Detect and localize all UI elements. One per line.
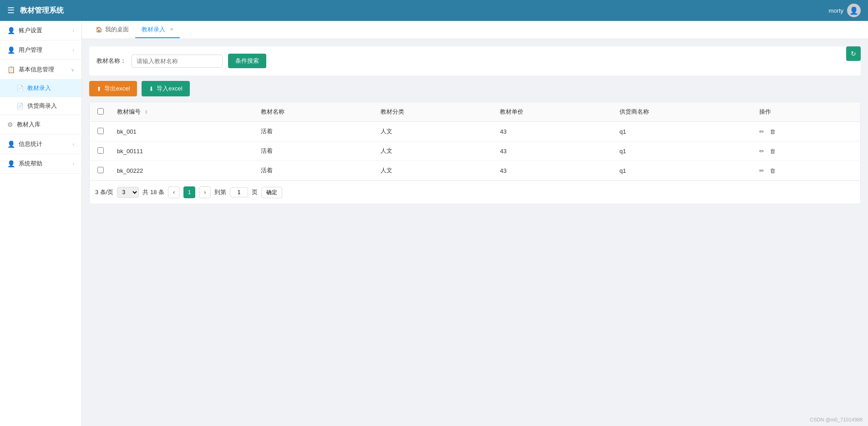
tabs-bar: 🏠 我的桌面 教材录入 ✕ (82, 21, 868, 39)
textbook-table: 教材编号 ⇕ 教材名称 教材分类 教材单价 (90, 102, 860, 180)
header-left: ☰ 教材管理系统 (7, 5, 64, 15)
page-jump-input[interactable] (230, 187, 248, 197)
sidebar-label-info-stats: 信息统计 (19, 140, 42, 148)
col-price-label: 教材单价 (500, 108, 523, 115)
app-title: 教材管理系统 (20, 6, 64, 15)
page-content: ↻ 教材名称： 条件搜索 ⬆ 导出excel ⬇ 导入excel (82, 39, 868, 426)
goto-label: 到第 (214, 188, 226, 196)
sidebar-item-basic-info[interactable]: 📋 基本信息管理 ∨ (0, 60, 81, 80)
row-name: 活着 (255, 161, 375, 180)
sidebar-item-textbook-warehouse[interactable]: ⚙ 教材入库 (0, 115, 81, 135)
hamburger-icon[interactable]: ☰ (7, 5, 15, 15)
tab-textbook-entry[interactable]: 教材录入 ✕ (135, 22, 180, 38)
header-right: morty 👤 (829, 4, 861, 17)
page-confirm-button[interactable]: 确定 (261, 187, 282, 198)
row-price: 43 (494, 161, 614, 180)
info-stats-icon: 👤 (7, 140, 15, 148)
col-action: 操作 (754, 102, 860, 122)
sidebar-item-account[interactable]: 👤 账户设置 ‹ (0, 21, 81, 40)
row-code: bk_00222 (112, 161, 255, 180)
supplier-entry-icon: 📄 (16, 103, 24, 110)
tab-home-label: 我的桌面 (105, 25, 129, 34)
download-icon: ⬇ (149, 85, 154, 92)
sidebar-item-textbook-entry[interactable]: 📄 教材录入 (0, 80, 81, 97)
col-supplier: 供货商名称 (614, 102, 754, 122)
row-category: 人文 (375, 161, 495, 180)
export-excel-button[interactable]: ⬆ 导出excel (89, 81, 137, 96)
delete-icon[interactable]: 🗑 (770, 148, 776, 155)
table-container: 教材编号 ⇕ 教材名称 教材分类 教材单价 (89, 102, 861, 204)
edit-icon[interactable]: ✏ (759, 148, 764, 155)
tab-textbook-entry-label: 教材录入 (142, 25, 165, 34)
page-unit-label: 页 (252, 188, 258, 196)
sidebar-label-account: 账户设置 (19, 26, 42, 35)
account-icon: 👤 (7, 27, 15, 34)
table-row: bk_00111 活着 人文 43 q1 ✏ 🗑 (90, 141, 860, 161)
select-all-checkbox[interactable] (97, 108, 104, 115)
table-header-row: 教材编号 ⇕ 教材名称 教材分类 教材单价 (90, 102, 860, 122)
row-category: 人文 (375, 141, 495, 161)
sidebar-label-warehouse: 教材入库 (17, 120, 41, 129)
per-page-select[interactable]: 3 10 20 (117, 187, 139, 198)
search-button[interactable]: 条件搜索 (228, 54, 266, 68)
row-supplier: q1 (614, 161, 754, 180)
delete-icon[interactable]: 🗑 (770, 167, 776, 174)
search-input[interactable] (132, 55, 223, 68)
username-label: morty (829, 7, 844, 14)
textbook-entry-icon: 📄 (16, 85, 24, 92)
col-code-label: 教材编号 (117, 108, 141, 115)
table-body: bk_001 活着 人文 43 q1 ✏ 🗑 bk_00111 活着 人文 43… (90, 122, 860, 180)
prev-page-button[interactable]: ‹ (168, 186, 180, 198)
row-actions: ✏ 🗑 (754, 122, 860, 141)
refresh-icon: ↻ (851, 50, 856, 57)
row-actions: ✏ 🗑 (754, 141, 860, 161)
col-category: 教材分类 (375, 102, 495, 122)
refresh-button[interactable]: ↻ (846, 46, 861, 61)
sidebar-label-textbook-entry: 教材录入 (27, 84, 51, 92)
col-category-label: 教材分类 (381, 108, 404, 115)
content-area: 🏠 我的桌面 教材录入 ✕ ↻ 教材名称： 条件搜索 (82, 21, 868, 426)
page-1-button[interactable]: 1 (183, 186, 195, 198)
row-checkbox[interactable] (97, 128, 104, 134)
col-action-label: 操作 (759, 108, 771, 115)
table-row: bk_001 活着 人文 43 q1 ✏ 🗑 (90, 122, 860, 141)
row-checkbox[interactable] (97, 147, 104, 154)
row-checkbox-cell (90, 141, 112, 161)
upload-icon: ⬆ (96, 85, 102, 92)
search-bar: 教材名称： 条件搜索 (89, 46, 861, 75)
sidebar-label-user-mgmt: 用户管理 (19, 46, 42, 54)
sidebar-item-user-mgmt[interactable]: 👤 用户管理 ‹ (0, 40, 81, 60)
top-header: ☰ 教材管理系统 morty 👤 (0, 0, 868, 21)
chevron-user-mgmt: ‹ (73, 48, 74, 53)
per-page-label: 3 条/页 (95, 188, 113, 196)
import-label: 导入excel (157, 85, 182, 93)
basic-info-icon: 📋 (7, 66, 15, 73)
chevron-info-stats: ‹ (73, 142, 74, 147)
sidebar-label-basic-info: 基本信息管理 (19, 65, 54, 74)
row-price: 43 (494, 141, 614, 161)
warehouse-icon: ⚙ (7, 121, 13, 128)
sidebar-item-supplier-entry[interactable]: 📄 供货商录入 (0, 97, 81, 115)
col-price: 教材单价 (494, 102, 614, 122)
row-checkbox[interactable] (97, 167, 104, 173)
avatar[interactable]: 👤 (847, 4, 861, 17)
edit-icon[interactable]: ✏ (759, 167, 764, 174)
import-excel-button[interactable]: ⬇ 导入excel (142, 81, 189, 96)
col-supplier-label: 供货商名称 (619, 108, 649, 115)
sort-code-icon[interactable]: ⇕ (144, 110, 148, 115)
sidebar-item-system-help[interactable]: 👤 系统帮助 ‹ (0, 154, 81, 174)
sidebar: 👤 账户设置 ‹ 👤 用户管理 ‹ 📋 基本信息管理 ∨ 📄 教材录入 📄 (0, 21, 82, 426)
sidebar-label-system-help: 系统帮助 (19, 160, 42, 168)
delete-icon[interactable]: 🗑 (770, 128, 776, 135)
export-label: 导出excel (104, 85, 130, 93)
user-mgmt-icon: 👤 (7, 46, 15, 54)
sidebar-item-info-stats[interactable]: 👤 信息统计 ‹ (0, 135, 81, 154)
tab-close-icon[interactable]: ✕ (170, 27, 173, 32)
edit-icon[interactable]: ✏ (759, 128, 764, 135)
row-code: bk_00111 (112, 141, 255, 161)
next-page-button[interactable]: › (199, 186, 211, 198)
row-price: 43 (494, 122, 614, 141)
home-icon: 🏠 (96, 26, 102, 33)
tab-home[interactable]: 🏠 我的桌面 (89, 22, 135, 38)
chevron-basic-info: ∨ (71, 67, 74, 72)
